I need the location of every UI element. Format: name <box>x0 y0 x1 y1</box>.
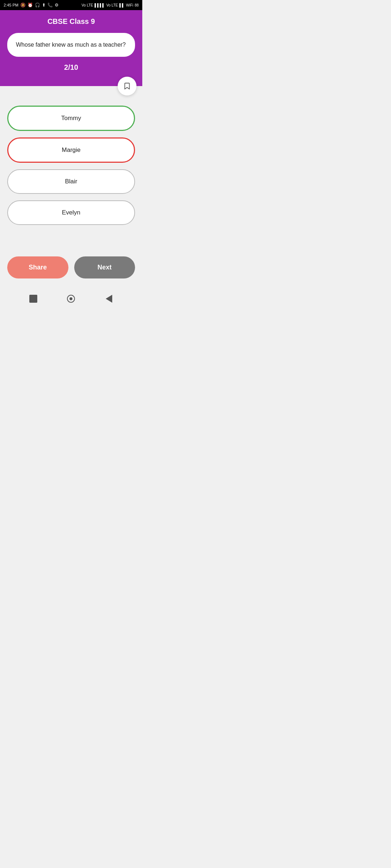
question-box: Whose father knew as much as a teacher? <box>7 33 135 57</box>
option-margie[interactable]: Margie <box>7 137 135 163</box>
status-bar: 2:45 PM 🔕 ⏰ 🎧 ⬆ 📞 ⚙ Vo LTE ▌▌▌▌ Vo LTE ▌… <box>0 0 142 10</box>
app-title: CBSE Class 9 <box>47 17 95 26</box>
mute-icon: 🔕 <box>20 3 26 8</box>
time-display: 2:45 PM <box>4 3 18 7</box>
volte-icon: Vo LTE <box>81 3 93 7</box>
option-blair[interactable]: Blair <box>7 169 135 194</box>
phone-icon: 📞 <box>47 3 53 8</box>
volte-icon2: Vo LTE <box>106 3 118 7</box>
nav-back-button[interactable] <box>104 294 114 304</box>
option-evelyn[interactable]: Evelyn <box>7 200 135 225</box>
next-label: Next <box>97 264 112 271</box>
headphone-icon: 🎧 <box>35 3 40 8</box>
circle-icon <box>67 295 75 303</box>
nav-bar <box>0 289 142 308</box>
alarm-icon: ⏰ <box>28 3 33 8</box>
square-icon <box>29 295 37 303</box>
bookmark-button[interactable] <box>118 77 136 95</box>
share-label: Share <box>29 264 47 271</box>
next-button[interactable]: Next <box>74 256 135 278</box>
wifi-icon: WiFi <box>126 3 133 7</box>
status-right: Vo LTE ▌▌▌▌ Vo LTE ▌▌ WiFi 88 <box>81 3 139 7</box>
options-area: Tommy Margie Blair Evelyn <box>0 86 142 251</box>
upload-icon: ⬆ <box>42 3 46 8</box>
signal-icon1: ▌▌▌▌ <box>94 3 105 7</box>
battery-icon: 88 <box>135 3 139 7</box>
back-icon <box>106 295 112 303</box>
nav-square-button[interactable] <box>28 294 38 304</box>
option-tommy[interactable]: Tommy <box>7 106 135 131</box>
question-text: Whose father knew as much as a teacher? <box>16 42 126 48</box>
progress-indicator: 2/10 <box>64 63 78 72</box>
nav-home-button[interactable] <box>66 294 76 304</box>
signal-icon2: ▌▌ <box>119 3 125 7</box>
bottom-buttons: Share Next <box>0 251 142 289</box>
share-button[interactable]: Share <box>7 256 68 278</box>
header-section: CBSE Class 9 Whose father knew as much a… <box>0 10 142 86</box>
settings-icon: ⚙ <box>55 3 59 8</box>
status-left: 2:45 PM 🔕 ⏰ 🎧 ⬆ 📞 ⚙ <box>4 3 59 8</box>
bookmark-icon <box>123 82 131 90</box>
